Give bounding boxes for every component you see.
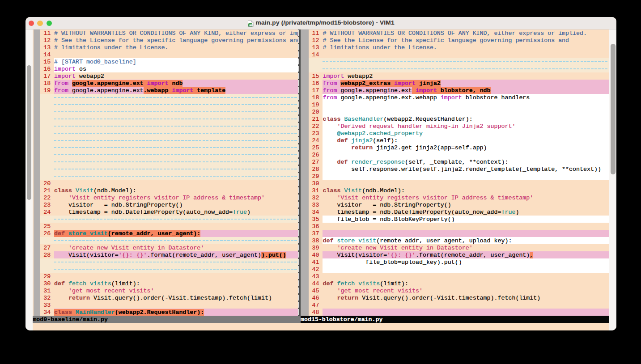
svg-text:PY: PY <box>249 24 252 26</box>
